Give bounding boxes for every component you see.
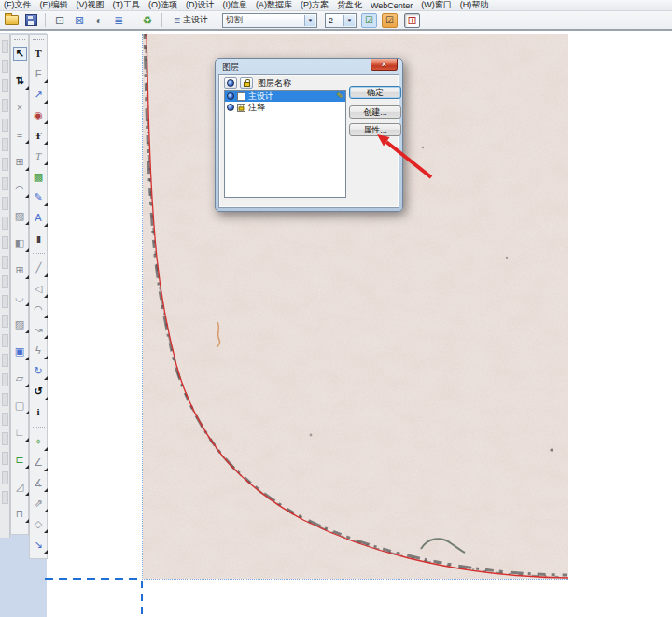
zigzag-tool-button[interactable]: ϟ [32,344,46,358]
add-shape-tool-button[interactable]: ⊞ [13,155,27,169]
menu-database[interactable]: (A)数据库 [256,0,292,11]
dialog-titlebar[interactable]: 图层 × [216,59,402,74]
menu-options[interactable]: (O)选项 [148,0,177,11]
arc-icon: ◡ [15,290,24,304]
approval-toggle-button[interactable]: ☑ [382,13,398,28]
italic-text-icon: T [35,149,41,163]
lock-header-button[interactable] [240,77,253,89]
lock-checkbox[interactable] [237,92,245,101]
curve-tool-button[interactable]: ↝ [32,323,46,337]
radius-tool-button[interactable]: ∡ [32,476,46,490]
toolbar-grip[interactable] [14,39,25,43]
menu-webcenter[interactable]: WebCenter [371,1,413,10]
add-shape-tool-button-2[interactable]: ⊞ [13,263,27,277]
main-design-button[interactable]: ≡ 主设计 [168,11,214,29]
mesh-tool-button[interactable]: ▨ [13,209,27,223]
text-tool-button[interactable]: T [32,47,46,61]
hatch-square-icon: ▩ [34,170,43,184]
sheet-boundary-dash-horizontal [45,578,143,580]
menu-projects[interactable]: (P)方案 [301,0,329,11]
arc-measure-tool-button[interactable]: ◠ [32,302,46,316]
layer-name: 注释 [248,102,265,114]
eye-mark-tool-button[interactable]: ◉ [32,108,46,122]
layer-row-annotation[interactable]: 注释 [225,102,345,113]
create-button[interactable]: 创建... [349,105,401,119]
triangle-icon: ◁ [35,282,42,296]
move-tool-button[interactable]: ⇗ [32,497,46,511]
cut-mode-select[interactable]: 切割 ▼ [222,13,317,28]
target-pin-icon: ⌖ [35,435,41,449]
menu-help[interactable]: (H)帮助 [460,0,489,11]
pin-tool-button[interactable]: ⌖ [32,435,46,449]
mesh-icon: ▨ [15,209,24,223]
polyline-tool-button[interactable]: ∟ [13,426,27,440]
offset-tool-button[interactable]: ⊓ [13,507,27,521]
snapshot-button[interactable]: ⊡ [51,12,68,28]
solid-box-tool-button[interactable]: ▣ [13,344,27,358]
open-button[interactable] [3,12,20,28]
arc-tool-button-2[interactable]: ◡ [13,290,27,304]
barcode-tool-button[interactable]: ||| [32,231,46,245]
rectangle-icon: ▢ [15,399,24,413]
menu-file[interactable]: (F)文件 [4,0,32,11]
menu-palletization[interactable]: 货盘化 [337,0,362,11]
text-style-tool-button[interactable]: Ŧ [32,129,46,143]
info-tool-button[interactable]: i [32,405,46,419]
italic-text-tool-button[interactable]: T [32,149,46,163]
rotate-cw-tool-button[interactable]: ↻ [32,364,46,378]
bracket-tool-button[interactable]: ⊏ [13,453,27,467]
solid-box-icon: ▣ [15,344,24,358]
grid-view-toggle-button[interactable]: ⊞ [404,13,420,28]
rect-tool-button[interactable]: ▢ [13,399,27,413]
level-select[interactable]: 2 ▼ [325,13,357,28]
tagged-arrow-tool-button[interactable]: ↘ [32,538,46,552]
layer-stack-tool-button[interactable]: ≡ [13,128,27,142]
lock-checkbox[interactable] [237,104,245,112]
select-tool-button[interactable]: ↖ [13,47,27,61]
workflow-button[interactable]: ♻ [139,12,156,28]
visibility-header-button[interactable] [224,77,237,89]
measure-line-tool-button[interactable]: ╱ [32,261,46,275]
angle-tool-button[interactable]: ∠ [32,456,46,470]
triangle-tool-button[interactable]: ◁ [32,282,46,296]
mesh-tool-button-2[interactable]: ▨ [13,317,27,331]
arc-tool-button[interactable]: ◠ [13,182,27,196]
chamfer-tool-button[interactable]: ◿ [13,480,27,494]
solid-view-button[interactable]: ◐ [91,12,107,28]
barcode-icon: ||| [36,231,40,245]
menu-view[interactable]: (V)视图 [77,0,105,11]
save-button[interactable] [22,12,39,28]
delete-tool-button[interactable]: × [13,101,27,115]
paragraph-tool-button[interactable]: F [32,67,46,81]
eye-icon[interactable] [227,104,234,111]
toolbar-grip[interactable] [33,39,44,43]
properties-button[interactable]: 属性... [349,123,401,136]
region-select-button[interactable]: ⊠ [71,12,88,28]
hatch-tool-button[interactable]: ▩ [32,170,46,184]
multi-select-tool-button[interactable]: ⇅ [13,74,27,88]
attach-tool-button[interactable]: ✎ [32,190,46,204]
text-style-icon: Ŧ [35,129,41,143]
menu-info[interactable]: (I)信息 [223,0,248,11]
menu-window[interactable]: (W)窗口 [421,0,452,11]
half-fill-tool-button[interactable]: ◧ [13,236,27,250]
close-button[interactable]: × [371,59,398,71]
ok-button[interactable]: 确定 [349,86,401,99]
menu-edit[interactable]: (E)编辑 [40,0,68,11]
diamond-icon: ◇ [35,517,42,531]
rotate-ccw-tool-button[interactable]: ↺ [32,385,46,399]
columns-view-button[interactable]: ≣ [110,12,127,28]
triangle-corner-icon: ◿ [16,480,23,494]
diamond-tool-button[interactable]: ◇ [32,517,46,531]
workflow-arrows-icon: ♻ [143,14,153,27]
leader-arrow-tool-button[interactable]: ↗ [32,88,46,102]
checklist-toggle-button[interactable]: ☑ [361,13,377,28]
menu-tools[interactable]: (T)工具 [113,0,141,11]
menu-design[interactable]: (D)设计 [186,0,215,11]
eye-icon[interactable] [227,92,234,100]
left-dock: ↖ ⇅ × ≡ ⊞ ◠ ▨ ◧ ⊞ ◡ ▨ ▣ ▱ ▢ ∟ ⊏ ◿ ⊓ T F … [0,33,47,617]
grid-icon: ⊞ [407,14,416,27]
layer-row-main-design[interactable]: 主设计 ✎ [225,91,345,102]
copy-stack-tool-button[interactable]: ▱ [13,372,27,386]
label-tool-button[interactable]: A [32,211,46,225]
